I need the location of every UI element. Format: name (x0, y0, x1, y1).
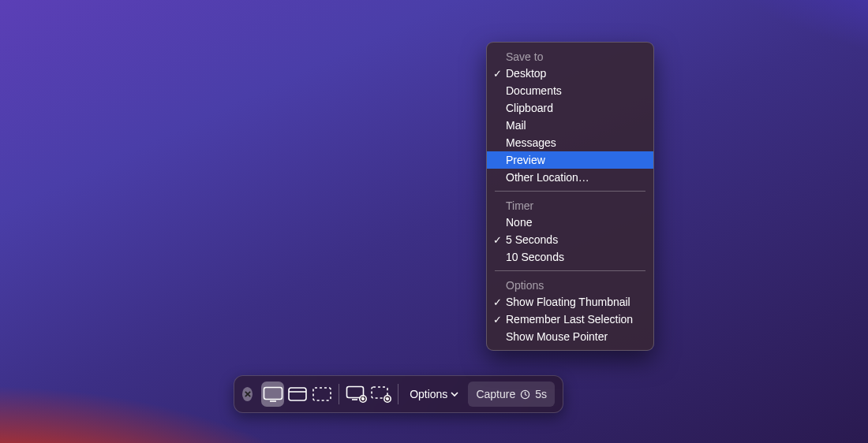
options-menu-item[interactable]: Show Mouse Pointer (487, 328, 653, 345)
options-menu-item[interactable]: 10 Seconds (487, 248, 653, 266)
menu-item-label: Mail (506, 119, 526, 132)
chevron-down-icon (451, 390, 458, 398)
options-menu-item[interactable]: ✓Remember Last Selection (487, 311, 653, 328)
capture-label: Capture (476, 388, 515, 400)
svg-point-5 (361, 397, 365, 400)
record-selected-portion-button[interactable] (369, 382, 392, 407)
checkmark-icon: ✓ (493, 235, 502, 245)
options-menu-item[interactable]: ✓Show Floating Thumbnail (487, 293, 653, 311)
menu-item-label: Show Floating Thumbnail (506, 296, 630, 308)
close-button[interactable] (242, 387, 253, 401)
svg-rect-1 (289, 388, 306, 400)
capture-selected-window-button[interactable] (286, 382, 309, 407)
menu-item-label: Desktop (506, 67, 546, 80)
toolbar-separator (339, 384, 339, 404)
options-menu-item[interactable]: Other Location… (487, 169, 653, 186)
checkmark-icon: ✓ (493, 315, 502, 325)
timer-value: 5s (535, 388, 547, 400)
options-menu-item[interactable]: Clipboard (487, 99, 653, 117)
menu-item-label: 10 Seconds (506, 251, 564, 263)
toolbar-separator (398, 384, 398, 404)
screen-icon (263, 386, 283, 402)
menu-separator (495, 270, 645, 271)
checkmark-icon: ✓ (493, 297, 502, 307)
options-section-header: Options (487, 276, 653, 293)
menu-item-label: None (506, 216, 532, 229)
menu-item-label: 5 Seconds (506, 233, 558, 246)
svg-rect-0 (264, 388, 282, 400)
options-menu: Save to✓DesktopDocumentsClipboardMailMes… (486, 42, 654, 351)
capture-selected-portion-button[interactable] (310, 382, 333, 407)
options-menu-item[interactable]: Preview (487, 151, 653, 169)
options-menu-item[interactable]: ✓Desktop (487, 65, 653, 82)
options-menu-item[interactable]: None (487, 214, 653, 231)
window-icon (287, 386, 308, 402)
menu-item-label: Preview (506, 154, 545, 166)
menu-item-label: Documents (506, 84, 562, 97)
svg-point-8 (386, 397, 389, 400)
options-section-header: Save to (487, 47, 653, 65)
menu-item-label: Remember Last Selection (506, 313, 633, 326)
screen-record-icon (346, 385, 368, 403)
options-section-header: Timer (487, 196, 653, 214)
capture-button[interactable]: Capture 5s (468, 382, 555, 407)
options-menu-item[interactable]: Messages (487, 134, 653, 151)
options-menu-item[interactable]: Documents (487, 82, 653, 99)
close-icon (245, 391, 251, 397)
menu-item-label: Clipboard (506, 102, 553, 114)
menu-item-label: Messages (506, 136, 556, 149)
timer-icon (520, 389, 530, 400)
selection-icon (312, 386, 332, 402)
selection-record-icon (370, 385, 392, 403)
options-menu-item[interactable]: ✓5 Seconds (487, 231, 653, 248)
record-entire-screen-button[interactable] (345, 382, 368, 407)
menu-item-label: Show Mouse Pointer (506, 330, 608, 343)
menu-item-label: Other Location… (506, 171, 589, 184)
menu-separator (495, 191, 645, 192)
options-label: Options (410, 388, 447, 400)
options-menu-item[interactable]: Mail (487, 117, 653, 134)
checkmark-icon: ✓ (493, 69, 502, 79)
screenshot-toolbar: Options Capture 5s (234, 375, 563, 413)
capture-entire-screen-button[interactable] (261, 382, 284, 407)
svg-rect-2 (313, 388, 331, 400)
options-button[interactable]: Options (403, 382, 465, 407)
